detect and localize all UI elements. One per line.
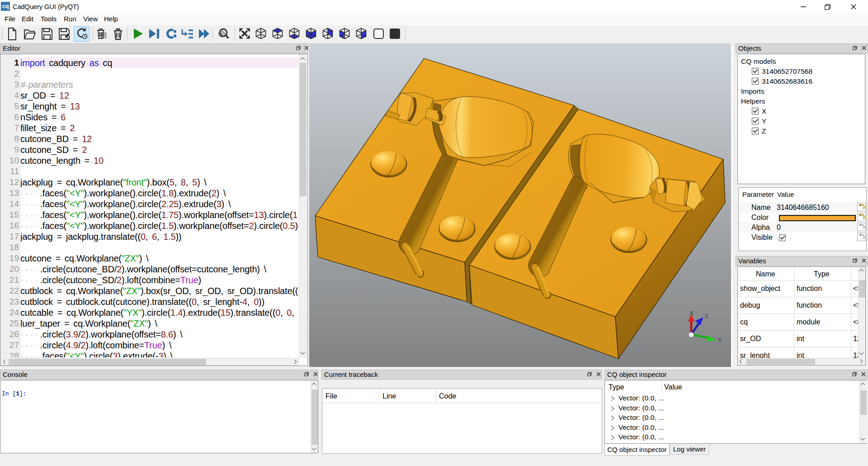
svg-text:Z: Z: [705, 313, 708, 319]
svg-text:Y: Y: [718, 336, 722, 343]
svg-text:X: X: [689, 309, 694, 316]
